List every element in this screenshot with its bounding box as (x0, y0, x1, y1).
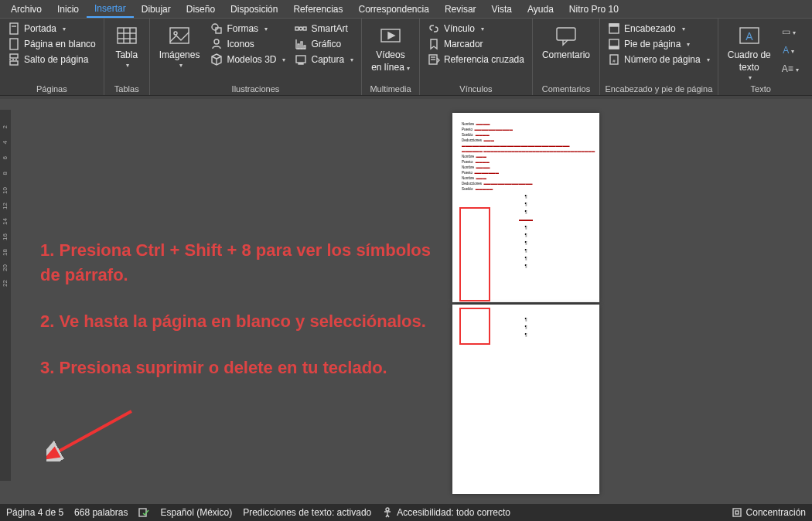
numero-pagina-label: Número de página (624, 54, 701, 65)
images-icon (167, 23, 192, 48)
tabla-label: Tabla (115, 49, 138, 60)
ribbon-group-texto: A Cuadro de texto ▭ A A≡ Texto (718, 19, 803, 95)
focus-icon (732, 507, 742, 518)
menu-dibujar[interactable]: Dibujar (134, 2, 179, 17)
dropcap-icon: A≡ (782, 63, 793, 74)
instruction-step-2: 2. Ve hasta la página en blanco y selecc… (40, 309, 442, 334)
ruler-v-tick: 22 (2, 280, 9, 287)
encabezado-label: Encabezado (624, 23, 676, 34)
numero-pagina-button[interactable]: # Número de página (605, 53, 713, 66)
menu-inicio[interactable]: Inicio (49, 2, 87, 17)
svg-rect-2 (10, 39, 18, 49)
svg-rect-50 (735, 511, 739, 514)
svg-rect-0 (10, 23, 18, 34)
ruler-v-tick: 4 (2, 141, 9, 144)
dropcap-button[interactable]: A≡ (782, 63, 796, 77)
status-page[interactable]: Página 4 de 5 (6, 507, 63, 518)
svg-point-48 (386, 508, 389, 511)
ruler-v-tick: 2 (2, 125, 9, 128)
svg-line-17 (212, 56, 217, 59)
videos-button[interactable]: Vídeos en línea (367, 22, 415, 74)
ribbon-group-ilustraciones: Imágenes Formas Iconos Modelos 3D (150, 19, 362, 95)
svg-rect-4 (10, 61, 18, 65)
accessibility-icon (382, 507, 393, 518)
ruler-v-tick: 14 (2, 218, 9, 225)
tabla-button[interactable]: Tabla (109, 22, 145, 70)
status-words[interactable]: 668 palabras (74, 507, 128, 518)
captura-button[interactable]: Captura (292, 53, 357, 66)
smartart-label: SmartArt (311, 23, 347, 34)
svg-rect-14 (216, 28, 221, 33)
status-concentration-label: Concentración (746, 507, 806, 518)
svg-line-18 (217, 56, 221, 59)
menu-referencias[interactable]: Referencias (285, 2, 350, 17)
ribbon-label-comentarios: Comentarios (537, 83, 595, 94)
svg-rect-47 (139, 509, 146, 516)
menu-vista[interactable]: Vista (484, 2, 520, 17)
cuadro-texto-button[interactable]: A Cuadro de texto (723, 22, 776, 83)
ruler-v-tick: 8 (2, 172, 9, 175)
ribbon-group-vinculos: Vínculo Marcador Referencia cruzada Vínc… (420, 19, 533, 95)
crossref-icon (428, 53, 440, 66)
svg-rect-27 (298, 44, 299, 49)
ribbon-label-texto: Texto (723, 83, 799, 94)
ribbon-label-ilustraciones: Ilustraciones (155, 83, 357, 94)
modelos3d-button[interactable]: Modelos 3D (207, 53, 288, 66)
portada-label: Portada (24, 23, 56, 34)
svg-text:A: A (745, 30, 753, 43)
status-accessibility[interactable]: Accesibilidad: todo correcto (382, 507, 510, 518)
wordart-button[interactable]: A (782, 45, 796, 59)
referencia-cruzada-button[interactable]: Referencia cruzada (425, 53, 527, 66)
ribbon-label-encabezado: Encabezado y pie de página (605, 83, 713, 94)
menu-correspondencia[interactable]: Correspondencia (350, 2, 436, 17)
iconos-button[interactable]: Iconos (207, 37, 288, 51)
comentario-button[interactable]: Comentario (537, 22, 595, 62)
ruler-v-tick: 18 (2, 249, 9, 256)
menu-insertar[interactable]: Insertar (87, 1, 134, 18)
ruler-v-tick: 6 (2, 156, 9, 159)
footer-icon (608, 38, 620, 50)
menu-nitro[interactable]: Nitro Pro 10 (561, 2, 626, 17)
textbox-icon: A (737, 23, 762, 48)
icons-icon (210, 38, 223, 50)
status-spellcheck[interactable] (138, 507, 149, 518)
grafico-button[interactable]: Gráfico (292, 37, 357, 51)
status-language[interactable]: Español (México) (160, 507, 232, 518)
blank-page-icon (8, 38, 20, 50)
portada-button[interactable]: Portada (5, 22, 99, 36)
pie-pagina-button[interactable]: Pie de página (605, 37, 713, 51)
salto-pagina-button[interactable]: Salto de página (5, 53, 99, 66)
menu-revisar[interactable]: Revisar (437, 2, 484, 17)
pagina-blanco-button[interactable]: Página en blanco (5, 37, 99, 51)
menu-ayuda[interactable]: Ayuda (520, 2, 561, 17)
ribbon-label-paginas: Páginas (5, 83, 99, 94)
svg-rect-49 (733, 509, 741, 516)
svg-point-13 (212, 24, 218, 30)
formas-button[interactable]: Formas (207, 22, 288, 36)
video-icon (378, 23, 403, 48)
annotation-arrow-icon (46, 407, 139, 461)
spellcheck-icon (138, 507, 149, 518)
svg-rect-29 (304, 46, 305, 49)
vinculo-button[interactable]: Vínculo (425, 22, 527, 36)
svg-rect-20 (295, 27, 299, 30)
status-concentration[interactable]: Concentración (732, 507, 806, 518)
menu-diseno[interactable]: Diseño (179, 2, 223, 17)
encabezado-button[interactable]: Encabezado (605, 22, 713, 36)
document-area[interactable]: 2 4 6 8 10 12 14 Nombre ▬▬▬▬ Puesto ▬▬▬▬… (0, 99, 812, 504)
page-number-icon: # (608, 53, 620, 66)
pie-pagina-label: Pie de página (624, 39, 681, 49)
svg-rect-39 (609, 24, 619, 26)
annotation-selection-box-2 (459, 308, 490, 345)
ribbon-group-comentarios: Comentario Comentarios (533, 19, 600, 95)
menu-archivo[interactable]: Archivo (3, 2, 49, 17)
instruction-step-3: 3. Presiona suprimir o delete en tu tecl… (40, 356, 442, 380)
smartart-button[interactable]: SmartArt (292, 22, 357, 36)
quickparts-button[interactable]: ▭ (782, 26, 796, 40)
menu-disposicion[interactable]: Disposición (223, 2, 285, 17)
marcador-button[interactable]: Marcador (425, 37, 527, 51)
status-predictions[interactable]: Predicciones de texto: activado (243, 507, 371, 518)
imagenes-button[interactable]: Imágenes (155, 22, 205, 70)
cube-icon (210, 53, 223, 66)
ruler-v-tick: 20 (2, 264, 9, 271)
